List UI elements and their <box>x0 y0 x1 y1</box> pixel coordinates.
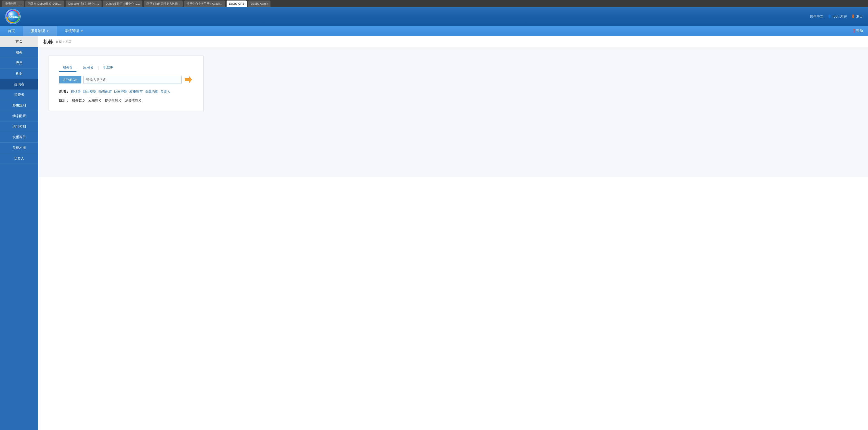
logout-icon: 🚪 <box>851 14 855 18</box>
sidebar-item-load-balance[interactable]: 负载均衡 <box>0 143 38 153</box>
search-button[interactable]: SEARCH <box>59 76 82 84</box>
main-content: 服务名 | 应用名 | 机器IP SEARCH 新增： <box>38 48 868 177</box>
stats-label: 统计： <box>59 98 69 102</box>
user-greeting: 👤 root, 您好 <box>828 14 847 19</box>
add-load-balance-link[interactable]: 负载均衡 <box>145 89 158 94</box>
logo-area: DUBBO <box>5 9 21 24</box>
sidebar-item-access-control[interactable]: 访问控制 <box>0 121 38 132</box>
sys-mgmt-arrow-icon: ▼ <box>81 30 83 33</box>
header-right: 简体中文 👤 root, 您好 🚪 退出 <box>810 14 863 19</box>
add-owner-link[interactable]: 负责人 <box>160 89 170 94</box>
add-route-link[interactable]: 路由规则 <box>83 89 96 94</box>
browser-tab-5[interactable]: 注册中心参考手册 | Apach... <box>184 1 225 7</box>
sidebar-item-app[interactable]: 应用 <box>0 58 38 68</box>
help-icon: ❓ <box>852 29 856 33</box>
add-provider-link[interactable]: 提供者 <box>71 89 81 94</box>
dubbo-logo: DUBBO <box>5 9 21 24</box>
add-weight-link[interactable]: 权重调节 <box>129 89 143 94</box>
browser-tab-6[interactable]: Dubbo OPS <box>226 1 247 7</box>
search-tabs: 服务名 | 应用名 | 机器IP <box>59 64 193 72</box>
search-row: SEARCH <box>59 75 193 84</box>
search-input[interactable] <box>84 76 182 84</box>
content-area: 机器 首页 > 机器 服务名 | 应用名 | 机器IP <box>38 36 868 430</box>
nav-service-gov[interactable]: 服务治理 ▼ <box>23 26 57 36</box>
logout-btn[interactable]: 🚪 退出 <box>851 14 863 19</box>
sidebar-item-consumer[interactable]: 消费者 <box>0 90 38 100</box>
browser-tab-2[interactable]: Dubbo支持的注册中心... <box>66 1 101 7</box>
nav-sys-mgmt[interactable]: 系统管理 ▼ <box>57 26 91 36</box>
browser-tab-3[interactable]: Dubbo支持的注册中心_E... <box>103 1 142 7</box>
search-go-arrow-icon <box>185 76 192 83</box>
stats-row: 统计： 服务数:0 应用数:0 提供者数:0 消费者数:0 <box>59 98 193 103</box>
sidebar-item-machine[interactable]: 机器 <box>0 68 38 79</box>
nav-help[interactable]: ❓ 帮助 <box>847 26 868 36</box>
sidebar-item-dynamic-config[interactable]: 动态配置 <box>0 111 38 121</box>
stats-service-count: 服务数:0 <box>72 98 85 102</box>
browser-tab-0[interactable]: 哔哩哔哩（... <box>2 1 24 7</box>
sidebar: 首页 服务 应用 机器 提供者 消费者 路由规则 动态配置 访问控制 权重调节 … <box>0 36 38 430</box>
stats-app-count: 应用数:0 <box>88 98 101 102</box>
breadcrumb: 首页 > 机器 <box>56 40 72 44</box>
stats-consumer-count: 消费者数:0 <box>125 98 141 102</box>
add-label: 新增： <box>59 89 69 94</box>
top-header: DUBBO 简体中文 👤 root, 您好 🚪 退出 <box>0 7 868 26</box>
language-switcher[interactable]: 简体中文 <box>810 14 823 19</box>
user-icon: 👤 <box>828 14 832 18</box>
search-tab-ip[interactable]: 机器IP <box>100 64 117 72</box>
nav-bar: 首页 服务治理 ▼ 系统管理 ▼ ❓ 帮助 <box>0 26 868 36</box>
sidebar-home[interactable]: 首页 <box>0 36 38 47</box>
browser-tab-7[interactable]: Dubbo Admin <box>248 1 271 7</box>
sidebar-item-provider[interactable]: 提供者 <box>0 79 38 90</box>
search-panel: 服务名 | 应用名 | 机器IP SEARCH 新增： <box>49 56 204 111</box>
main-layout: 首页 服务 应用 机器 提供者 消费者 路由规则 动态配置 访问控制 权重调节 … <box>0 36 868 430</box>
service-gov-arrow-icon: ▼ <box>46 30 49 33</box>
svg-text:DUBBO: DUBBO <box>8 15 18 18</box>
search-tab-app[interactable]: 应用名 <box>80 64 97 72</box>
search-tab-service[interactable]: 服务名 <box>59 64 76 72</box>
browser-tab-1[interactable]: 问题台-Dubbo教程(Dubb... <box>25 1 64 7</box>
breadcrumb-current: 机器 <box>66 40 72 44</box>
sidebar-item-service[interactable]: 服务 <box>0 47 38 58</box>
browser-tab-4[interactable]: 阿里了如何管理庞大数据... <box>144 1 183 7</box>
breadcrumb-bar: 机器 首页 > 机器 <box>38 36 868 48</box>
page-title: 机器 <box>43 39 53 45</box>
sidebar-item-route-rule[interactable]: 路由规则 <box>0 100 38 111</box>
sidebar-item-owner[interactable]: 负责人 <box>0 153 38 164</box>
breadcrumb-home-link[interactable]: 首页 <box>56 40 62 44</box>
browser-bar: 哔哩哔哩（... 问题台-Dubbo教程(Dubb... Dubbo支持的注册中… <box>0 0 868 7</box>
sidebar-item-weight[interactable]: 权重调节 <box>0 132 38 143</box>
nav-home[interactable]: 首页 <box>0 26 23 36</box>
add-row: 新增： 提供者 路由规则 动态配置 访问控制 权重调节 负载均衡 负责人 <box>59 89 193 94</box>
add-access-control-link[interactable]: 访问控制 <box>114 89 127 94</box>
search-go-button[interactable] <box>184 75 193 84</box>
stats-provider-count: 提供者数:0 <box>105 98 121 102</box>
add-dynamic-config-link[interactable]: 动态配置 <box>98 89 112 94</box>
